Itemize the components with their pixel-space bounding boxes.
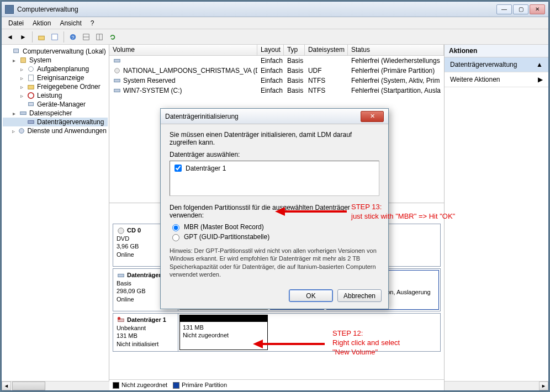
svg-marker-27: [275, 207, 285, 216]
dialog-close-button[interactable]: ✕: [361, 111, 384, 122]
refresh-button[interactable]: [107, 31, 119, 43]
disk-checkbox[interactable]: [174, 165, 182, 172]
radio-mbr[interactable]: MBR (Master Boot Record): [170, 223, 379, 231]
dialog-title: Datenträgerinitialisierung: [165, 113, 239, 120]
nav-tree: Computerverwaltung (Lokal) ▸System ▹Aufg…: [2, 45, 109, 390]
annotation-arrow-2: [253, 336, 330, 352]
dialog-message: Sie müssen einen Datenträger initialisie…: [170, 131, 379, 146]
toolbar: ◄ ► ?: [2, 29, 548, 45]
dialog-select-label: Datenträger auswählen:: [170, 151, 379, 158]
svg-rect-23: [118, 274, 124, 277]
tree-hscroll[interactable]: ◄►: [2, 381, 109, 390]
dialog-hint: Hinweis: Der GPT-Partitionsstil wird nic…: [170, 247, 379, 278]
list-row[interactable]: Einfach Basis Fehlerfrei (Wiederherstell…: [109, 56, 444, 66]
col-typ[interactable]: Typ: [284, 45, 305, 55]
tree-ereignis[interactable]: ▹Ereignisanzeige: [3, 73, 108, 82]
radio-gpt[interactable]: GPT (GUID-Partitionstabelle): [170, 232, 379, 241]
actions-main[interactable]: Datenträgerverwaltung▲: [445, 57, 548, 72]
chevron-right-icon: ▶: [538, 76, 543, 83]
view2-button[interactable]: [93, 31, 105, 43]
annotation-step13: STEP 13:just stick with "MBR" => Hit "OK…: [351, 203, 455, 221]
svg-point-10: [29, 67, 34, 72]
up-button[interactable]: [35, 31, 47, 43]
tree-dienste[interactable]: ▹Dienste und Anwendungen: [3, 126, 108, 135]
col-volume[interactable]: Volume: [109, 45, 257, 55]
annotation-step12: STEP 12:Right click and select"New Volum…: [332, 329, 400, 357]
tree-freigegebene[interactable]: ▹Freigegebene Ordner: [3, 82, 108, 91]
svg-point-19: [115, 68, 120, 73]
volume-list: Einfach Basis Fehlerfrei (Wiederherstell…: [109, 56, 444, 96]
svg-rect-1: [52, 34, 58, 40]
window-title: Computerverwaltung: [17, 6, 78, 13]
svg-rect-8: [14, 49, 19, 53]
minimize-button[interactable]: —: [496, 4, 512, 14]
back-button[interactable]: ◄: [4, 31, 16, 43]
tree-leistung[interactable]: ▹Leistung: [3, 91, 108, 100]
svg-rect-9: [21, 58, 26, 63]
actions-pane: Aktionen Datenträgerverwaltung▲ Weitere …: [445, 45, 548, 390]
help-button[interactable]: ?: [67, 31, 79, 43]
svg-point-25: [118, 317, 120, 320]
svg-marker-29: [253, 340, 263, 348]
svg-point-13: [28, 93, 34, 99]
menu-action[interactable]: Aktion: [28, 18, 55, 28]
svg-rect-21: [114, 89, 120, 92]
col-dateisystem[interactable]: Dateisystem: [305, 45, 348, 55]
col-status[interactable]: Status: [348, 45, 444, 55]
tree-datentraeger[interactable]: Datenträgerverwaltung: [3, 118, 108, 126]
annotation-arrow-1: [275, 203, 352, 220]
actions-header: Aktionen: [445, 45, 548, 57]
menu-view[interactable]: Ansicht: [55, 18, 86, 28]
titlebar[interactable]: Computerverwaltung — ▢ ✕: [2, 2, 548, 17]
disk-select-list[interactable]: Datenträger 1: [170, 161, 379, 196]
cancel-button[interactable]: Abbrechen: [337, 289, 382, 302]
list-row[interactable]: System Reserved Einfach Basis NTFS Fehle…: [109, 76, 444, 86]
svg-point-17: [19, 129, 24, 134]
dialog-titlebar[interactable]: Datenträgerinitialisierung ✕: [161, 109, 388, 124]
tree-system[interactable]: ▸System: [3, 56, 108, 65]
svg-rect-15: [20, 112, 27, 114]
svg-rect-18: [114, 60, 120, 62]
list-row[interactable]: WIN7-SYSTEM (C:) Einfach Basis NTFS Fehl…: [109, 86, 444, 96]
volume-list-header: Volume Layout Typ Dateisystem Status: [109, 45, 444, 56]
actions-more[interactable]: Weitere Aktionen▶: [445, 72, 548, 87]
list-row[interactable]: NATIONAL_LAMPOONS_CHRISTMAS_VA (D:) Einf…: [109, 66, 444, 76]
svg-rect-0: [39, 36, 45, 40]
svg-rect-12: [28, 85, 34, 89]
tree-geraete[interactable]: Geräte-Manager: [3, 100, 108, 109]
forward-button[interactable]: ►: [17, 31, 29, 43]
menubar: Datei Aktion Ansicht ?: [2, 17, 548, 29]
svg-text:?: ?: [72, 34, 75, 40]
tree-aufgaben[interactable]: ▹Aufgabenplanung: [3, 65, 108, 73]
svg-rect-11: [29, 75, 34, 81]
menu-help[interactable]: ?: [86, 18, 99, 28]
svg-rect-20: [114, 80, 120, 82]
view1-button[interactable]: [80, 31, 92, 43]
maximize-button[interactable]: ▢: [513, 4, 528, 14]
tree-root[interactable]: Computerverwaltung (Lokal): [3, 47, 108, 56]
properties-button[interactable]: [49, 31, 61, 43]
ok-button[interactable]: OK: [289, 289, 333, 302]
close-button[interactable]: ✕: [530, 4, 545, 14]
legend: Nicht zugeordnet Primäre Partition: [109, 379, 444, 390]
svg-point-22: [118, 228, 124, 234]
collapse-icon: ▲: [536, 61, 543, 68]
app-icon: [5, 5, 14, 14]
col-layout[interactable]: Layout: [257, 45, 284, 55]
menu-file[interactable]: Datei: [4, 18, 28, 28]
svg-rect-14: [29, 103, 34, 106]
svg-rect-16: [28, 120, 34, 123]
tree-datenspeicher[interactable]: ▸Datenspeicher: [3, 109, 108, 118]
